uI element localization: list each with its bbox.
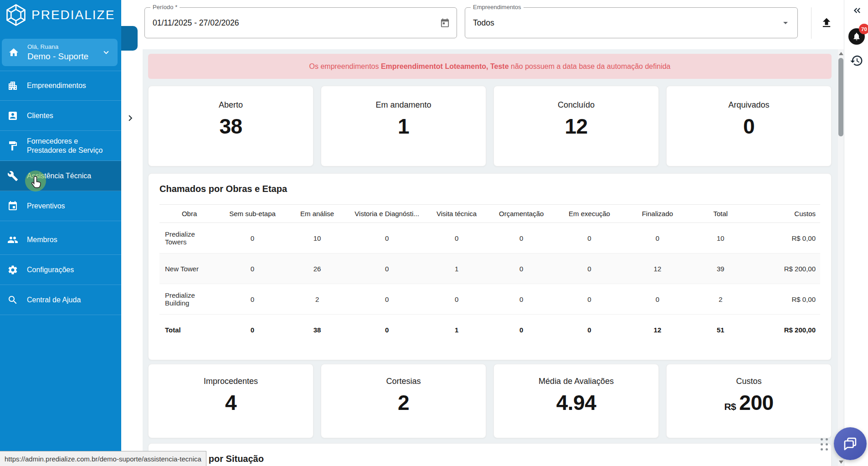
cell-custos: R$ 0,00 — [750, 284, 820, 315]
enterprises-select[interactable]: Empreendimentos Todos — [465, 7, 798, 38]
expand-panel-button[interactable] — [124, 112, 137, 125]
notifications-button[interactable]: 70 — [844, 28, 868, 45]
automation-warning-banner: Os empreendimentos Empreendimentot Lotea… — [148, 54, 832, 79]
sidebar-item-label: Assistência Técnica — [27, 171, 91, 181]
card-custos: Custos R$200 — [666, 364, 832, 438]
brand-cube-icon — [4, 3, 28, 27]
widget-drag-handle[interactable] — [821, 438, 828, 450]
upload-icon — [820, 16, 833, 29]
sidebar-item-preventivos[interactable]: Preventivos — [0, 191, 121, 221]
stat-value: 4.94 — [494, 390, 658, 415]
sidebar-item-assistencia-tecnica[interactable]: Assistência Técnica — [0, 161, 121, 191]
table-cell: 0 — [425, 284, 488, 315]
card-em-andamento: Em andamento 1 — [321, 86, 486, 166]
sidebar-item-label: Clientes — [27, 111, 53, 120]
greeting-text: Olá, Ruana — [27, 43, 93, 51]
column-header: Sem sub-etapa — [219, 205, 286, 223]
history-button[interactable] — [844, 54, 868, 67]
table-cell: 2 — [286, 284, 349, 315]
period-field[interactable]: Período * 01/11/2025 - 27/02/2026 — [144, 7, 457, 38]
table-cell: 0 — [624, 223, 691, 254]
alert-text: não possuem a data base da automação def… — [509, 62, 671, 70]
column-header: Vistoria e Diagnósti... — [349, 205, 425, 223]
stat-label: Improcedentes — [149, 377, 313, 386]
toolbar-divider — [811, 7, 812, 39]
period-field-value: 01/11/2025 - 27/02/2026 — [153, 8, 239, 38]
table-header-row: ObraSem sub-etapaEm análiseVistoria e Di… — [159, 205, 820, 223]
calls-table: ObraSem sub-etapaEm análiseVistoria e Di… — [159, 204, 820, 345]
column-header: Em análise — [286, 205, 349, 223]
scrollbar-thumb[interactable] — [838, 58, 843, 136]
section-title: Chamados por Situação — [159, 454, 820, 464]
stat-label: Concluído — [494, 100, 658, 110]
column-header: Orçamentação — [488, 205, 555, 223]
sidebar-item-clientes[interactable]: Clientes — [0, 101, 121, 131]
card-cortesias: Cortesias 2 — [321, 364, 486, 438]
column-header: Obra — [159, 205, 219, 223]
subpanel-tab[interactable] — [121, 26, 138, 51]
table-cell: 38 — [286, 315, 349, 345]
column-header: Custos — [750, 205, 820, 223]
collapse-rail-button[interactable] — [844, 5, 868, 16]
table-cell: 0 — [555, 254, 624, 284]
table-cell: 1 — [425, 254, 488, 284]
export-upload-button[interactable] — [817, 13, 837, 33]
table-cell: 0 — [488, 315, 555, 345]
stat-label: Arquivados — [667, 100, 831, 110]
sidebar-item-central-de-ajuda[interactable]: Central de Ajuda — [0, 285, 121, 315]
alert-highlight: Empreendimentot Loteamento, Teste — [381, 62, 509, 70]
stat-value: R$200 — [667, 390, 831, 415]
chevron-down-icon — [101, 47, 111, 57]
metrics-row: Improcedentes 4 Cortesias 2 Média de Ava… — [148, 364, 832, 438]
client-badge-icon — [7, 110, 18, 121]
stat-label: Custos — [667, 377, 831, 386]
sidebar-item-label: Preventivos — [27, 202, 65, 211]
calls-by-work-stage-card: Chamados por Obras e Etapa ObraSem sub-e… — [148, 173, 832, 360]
right-utility-rail: 70 — [844, 0, 868, 466]
sidebar-item-configuracoes[interactable]: Configurações — [0, 255, 121, 285]
stat-label: Aberto — [149, 100, 313, 110]
table-row: Predialize Building 0 2 0 0 0 0 0 2 R$ 0… — [159, 284, 820, 315]
stat-value: 4 — [149, 390, 313, 415]
scroll-down-arrow[interactable] — [838, 459, 844, 465]
table-title: Chamados por Obras e Etapa — [159, 184, 820, 194]
card-concluido: Concluído 12 — [493, 86, 659, 166]
table-cell: 2 — [691, 284, 750, 315]
table-total-row: Total 0 38 0 1 0 0 12 51 R$ 200,00 — [159, 315, 820, 345]
bell-icon — [852, 32, 861, 41]
table-row: New Tower 0 26 0 1 0 0 12 39 R$ 200,00 — [159, 254, 820, 284]
column-header: Visita técnica — [425, 205, 488, 223]
statusbar-url-tooltip: https://admin.predialize.com.br/demo-sup… — [0, 451, 206, 466]
table-cell: 51 — [691, 315, 750, 345]
card-media-avaliacoes: Média de Avaliações 4.94 — [493, 364, 659, 438]
table-cell: 10 — [691, 223, 750, 254]
table-cell: 0 — [488, 284, 555, 315]
table-body: Predialize Towers 0 10 0 0 0 0 0 10 R$ 0… — [159, 223, 820, 315]
search-icon — [7, 295, 18, 305]
total-label: Total — [159, 315, 219, 345]
table-cell: 0 — [219, 284, 286, 315]
dropdown-arrow-icon — [780, 17, 791, 28]
stat-label: Cortesias — [321, 377, 486, 386]
column-header: Total — [691, 205, 750, 223]
table-cell: 10 — [286, 223, 349, 254]
calendar-picker-icon[interactable] — [440, 18, 450, 28]
card-arquivados: Arquivados 0 — [666, 86, 832, 166]
table-cell: 0 — [349, 284, 425, 315]
chat-fab-button[interactable] — [834, 427, 867, 460]
collapsed-subpanel — [121, 0, 143, 466]
sidebar-item-membros[interactable]: Membros — [0, 225, 121, 255]
status-summary-row: Aberto 38 Em andamento 1 Concluído 12 Ar… — [148, 86, 832, 166]
table-cell: 0 — [349, 254, 425, 284]
account-switcher[interactable]: Olá, Ruana Demo - Suporte — [2, 39, 118, 66]
people-icon — [7, 234, 18, 245]
cell-custos: R$ 200,00 — [750, 254, 820, 284]
cell-obra: New Tower — [159, 254, 219, 284]
vertical-scrollbar[interactable] — [838, 49, 844, 466]
chat-bubbles-icon — [842, 435, 859, 452]
scroll-up-arrow[interactable] — [838, 50, 844, 57]
sidebar-item-fornecedores[interactable]: Fornecedores e Prestadores de Serviço — [0, 131, 121, 161]
main-area: Período * 01/11/2025 - 27/02/2026 Empree… — [121, 0, 844, 466]
cell-custos: R$ 0,00 — [750, 223, 820, 254]
sidebar-item-empreendimentos[interactable]: Empreendimentos — [0, 71, 121, 101]
